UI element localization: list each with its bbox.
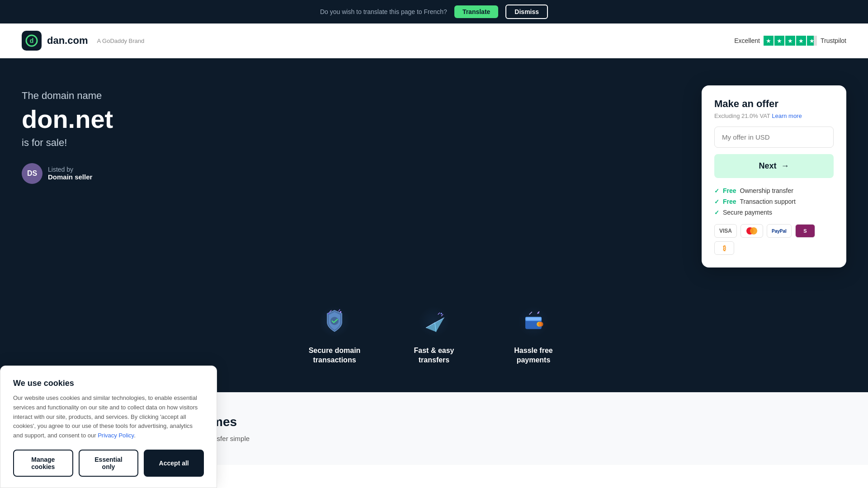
svg-rect-15	[526, 318, 541, 320]
header: d dan.com A GoDaddy Brand Excellent ★ ★ …	[0, 23, 868, 58]
payment-visa: VISA	[714, 224, 737, 238]
hero-domain: don.net	[22, 105, 113, 133]
hero-left: The domain name don.net is for sale! DS …	[22, 85, 113, 184]
arrow-icon: →	[781, 161, 789, 171]
svg-text:d: d	[30, 37, 34, 44]
payment-paypal: PayPal	[767, 224, 792, 238]
svg-point-18	[538, 312, 539, 314]
offer-card: Make an offer Excluding 21.0% VAT Learn …	[702, 85, 846, 267]
benefit-secure: ✓ Secure payments	[714, 209, 834, 216]
hero-forsale: is for sale!	[22, 137, 113, 149]
listed-by-label: Listed by	[48, 166, 92, 173]
trustpilot-stars: ★ ★ ★ ★ ★	[764, 36, 817, 46]
svg-point-8	[419, 306, 449, 337]
offer-title: Make an offer	[714, 98, 834, 110]
translate-bar: Do you wish to translate this page to Fr…	[0, 0, 868, 23]
feature-secure-label: Secure domaintransactions	[309, 346, 361, 365]
cookie-text: Our website uses cookies and similar tec…	[13, 394, 204, 441]
essential-only-button[interactable]: Essential only	[79, 450, 139, 465]
dismiss-button[interactable]: Dismiss	[505, 5, 548, 19]
check-icon-2: ✓	[714, 198, 719, 205]
svg-point-17	[538, 322, 543, 327]
benefit-transaction: ✓ Free Transaction support	[714, 198, 834, 205]
trustpilot-label: Excellent	[734, 37, 760, 44]
svg-point-7	[328, 313, 330, 314]
plane-icon	[416, 304, 452, 340]
accept-all-button[interactable]: Accept all	[144, 450, 204, 465]
logo-area: d dan.com A GoDaddy Brand	[22, 31, 144, 51]
svg-point-6	[340, 311, 342, 313]
next-button[interactable]: Next →	[714, 154, 834, 178]
manage-cookies-button[interactable]: Manage cookies	[13, 450, 73, 465]
check-icon-3: ✓	[714, 209, 719, 216]
hero-section: The domain name don.net is for sale! DS …	[0, 58, 868, 304]
avatar: DS	[22, 163, 42, 184]
privacy-policy-link[interactable]: Privacy Policy	[98, 432, 134, 439]
shield-icon	[316, 304, 353, 340]
star-3: ★	[785, 36, 795, 46]
star-2: ★	[774, 36, 784, 46]
offer-vat: Excluding 21.0% VAT Learn more	[714, 113, 834, 119]
star-1: ★	[764, 36, 774, 46]
trustpilot-area: Excellent ★ ★ ★ ★ ★ Trustpilot	[734, 36, 846, 46]
svg-point-3	[750, 227, 757, 235]
feature-secure: Secure domaintransactions	[298, 304, 371, 365]
listed-by-info: Listed by Domain seller	[48, 166, 92, 181]
logo-text: dan.com	[47, 35, 88, 47]
cookie-buttons: Manage cookies Essential only Accept all	[13, 450, 204, 465]
payment-mastercard	[741, 224, 763, 238]
star-4: ★	[796, 36, 806, 46]
translate-message: Do you wish to translate this page to Fr…	[320, 8, 447, 15]
feature-payment-label: Hassle freepayments	[514, 346, 552, 365]
check-icon-1: ✓	[714, 188, 719, 194]
payment-bitcoin: ₿	[714, 241, 734, 255]
logo-brand: A GoDaddy Brand	[97, 38, 144, 44]
svg-point-11	[440, 313, 442, 314]
learn-more-link[interactable]: Learn more	[772, 113, 802, 119]
payment-skrill: S	[795, 224, 815, 238]
payment-icons: VISA PayPal S ₿	[714, 224, 834, 255]
trustpilot-name: Trustpilot	[821, 37, 846, 44]
feature-transfer-label: Fast & easytransfers	[414, 346, 454, 365]
benefits-list: ✓ Free Ownership transfer ✓ Free Transac…	[714, 187, 834, 216]
cookie-title: We use cookies	[13, 379, 204, 388]
benefit-ownership: ✓ Free Ownership transfer	[714, 187, 834, 194]
feature-payment: Hassle freepayments	[497, 304, 570, 365]
wallet-icon	[515, 304, 552, 340]
cookie-banner: We use cookies Our website uses cookies …	[0, 366, 217, 465]
star-5: ★	[807, 36, 817, 46]
logo-icon: d	[22, 31, 42, 51]
offer-input[interactable]	[714, 127, 834, 148]
translate-button[interactable]: Translate	[454, 5, 498, 18]
hero-subtitle: The domain name	[22, 90, 113, 102]
listed-by-name: Domain seller	[48, 173, 92, 181]
listed-by: DS Listed by Domain seller	[22, 163, 113, 184]
feature-transfer: Fast & easytransfers	[398, 304, 470, 365]
